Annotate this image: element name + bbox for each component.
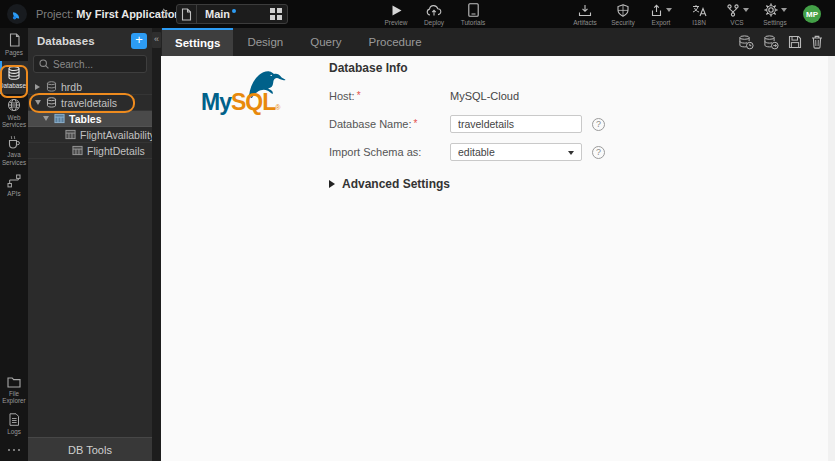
user-avatar[interactable]: MP [803,5,821,23]
tab-settings[interactable]: Settings [162,28,233,56]
page-file-icon [177,5,197,23]
database-name-label: Database Name:* [329,118,450,130]
sidebar-item-pages[interactable]: Pages [0,28,28,61]
settings-gear-icon [764,3,787,17]
vcs-branch-icon [726,3,749,17]
sidebar-item-apis[interactable]: APIs [0,169,28,202]
artifacts-button[interactable]: Artifacts [567,3,603,26]
collapse-panel-button[interactable]: « [152,32,161,48]
host-value: MySQL-Cloud [450,90,519,102]
tutorials-button[interactable]: Tutorials [455,3,491,26]
host-row: Host:* MySQL-Cloud [329,87,789,105]
collapse-arrow-icon[interactable] [43,116,50,121]
java-services-cup-icon [7,135,21,149]
artifacts-icon [578,3,592,17]
tree-item-tables[interactable]: Tables [28,111,152,127]
current-page-name: Main [205,8,230,20]
tab-toolbar [738,28,835,56]
sidebar-item-web-services[interactable]: Web Services [0,94,28,131]
preview-button[interactable]: Preview [378,3,414,26]
export-caret-icon [666,8,672,12]
unsaved-dot [232,9,236,13]
tree-item-flightdetails[interactable]: FlightDetails [28,143,152,159]
host-label: Host:* [329,90,450,102]
app-window: Project: My First Application Main Previ… [0,0,835,461]
collapse-arrow-icon[interactable] [35,100,42,105]
reimport-database-icon[interactable] [738,35,754,50]
tab-query[interactable]: Query [297,28,354,56]
topbar-actions-right: Artifacts Security Export I18N [567,3,793,26]
settings-content: MySQL® Database Info Host:* MySQL-Cloud … [161,56,835,461]
page-selector[interactable]: Main [176,4,288,24]
deploy-button[interactable]: Deploy [416,3,452,26]
tutorials-icon [468,3,479,17]
main-area: Settings Design Query Procedure [161,28,835,461]
security-button[interactable]: Security [605,3,641,26]
export-button[interactable]: Export [643,3,679,26]
save-icon[interactable] [788,35,802,49]
tab-design[interactable]: Design [234,28,296,56]
sidebar-item-java-services[interactable]: Java Services [0,131,28,168]
tree-item-traveldetails[interactable]: traveldetails [28,95,152,111]
deploy-icon [426,3,442,17]
page-grid-icon[interactable] [270,8,282,20]
settings-button[interactable]: Settings [757,3,793,26]
topbar-actions-mid: Tutorials [455,3,491,26]
tables-group-icon [54,113,65,124]
mysql-logo: MySQL® [201,68,301,118]
expand-arrow-icon [329,180,335,188]
database-icon [46,81,57,92]
search-input[interactable] [53,59,143,70]
settings-caret-icon [781,8,787,12]
sidebar-item-file-explorer[interactable]: File Explorer [0,372,28,407]
preview-icon [390,3,403,17]
i18n-translate-icon [692,3,707,17]
databases-panel-header: Databases + [28,28,152,53]
rail-spacer [0,202,28,372]
main-scrollbar[interactable] [828,56,835,461]
database-search[interactable] [33,55,147,73]
web-services-globe-icon [7,98,21,112]
expand-arrow-icon[interactable] [35,84,42,90]
section-heading: Database Info [329,61,789,75]
file-explorer-folder-icon [7,376,21,388]
tree-item-hrdb[interactable]: hrdb [28,79,152,95]
delete-icon[interactable] [811,35,823,49]
mysql-wordmark: MySQL® [201,89,280,116]
import-schema-value: editable [458,146,495,158]
required-marker: * [357,90,361,101]
tree-item-flightavailability[interactable]: FlightAvailability [28,127,152,143]
wavemaker-logo-icon[interactable] [7,4,27,24]
top-bar: Project: My First Application Main Previ… [0,0,835,28]
help-icon[interactable]: ? [592,146,605,159]
database-tree: hrdb traveldetails Tables [28,79,152,437]
required-marker: * [414,118,418,129]
sidebar-item-logs[interactable]: Logs [0,408,28,441]
search-icon [39,59,49,69]
add-database-button[interactable]: + [131,33,147,49]
advanced-settings-toggle[interactable]: Advanced Settings [329,177,789,191]
import-schema-row: Import Schema as: editable ? [329,143,789,161]
export-database-icon[interactable] [763,35,779,50]
pages-icon [8,33,21,47]
database-name-input[interactable] [450,115,582,133]
apis-icon [7,174,21,188]
more-options-button[interactable] [0,441,28,461]
panel-collapse-strip: « [152,28,161,461]
vcs-button[interactable]: VCS [719,3,755,26]
project-label: Project: [36,8,73,20]
i18n-button[interactable]: I18N [681,3,717,26]
db-tools-button[interactable]: DB Tools [28,437,152,461]
topbar-actions-left: Preview Deploy [378,3,452,26]
database-name-row: Database Name:* ? [329,115,789,133]
import-schema-label: Import Schema as: [329,146,450,158]
export-icon [650,3,672,17]
sidebar-item-databases[interactable]: Databases [0,61,28,94]
databases-panel: Databases + hrdb traveldetails [28,28,152,461]
tab-procedure[interactable]: Procedure [356,28,435,56]
database-info-form: Database Info Host:* MySQL-Cloud Databas… [329,61,789,191]
panel-title: Databases [37,35,131,47]
table-icon [65,129,76,140]
help-icon[interactable]: ? [592,118,605,131]
import-schema-select[interactable]: editable [450,143,582,161]
